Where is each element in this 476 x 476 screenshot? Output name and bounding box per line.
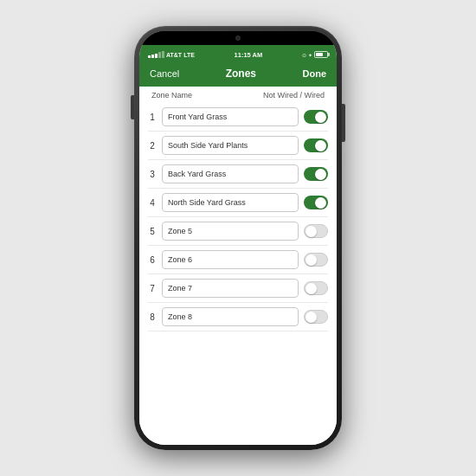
- zone-row: 7: [148, 274, 328, 303]
- zone-number-6: 6: [148, 255, 157, 265]
- column-headers: Zone Name Not Wired / Wired: [139, 87, 337, 103]
- zone-toggle-thumb-8: [306, 312, 317, 323]
- zone-number-1: 1: [148, 113, 157, 122]
- network-type-label: LTE: [183, 52, 195, 58]
- time-display: 11:15 AM: [235, 51, 263, 59]
- phone-inner: AT&T LTE 11:15 AM ⊙ ✦ Cancel Zones Done: [139, 31, 337, 445]
- wired-header: Not Wired / Wired: [263, 91, 325, 100]
- zone-toggle-thumb-3: [315, 169, 326, 180]
- status-bar: AT&T LTE 11:15 AM ⊙ ✦: [139, 45, 337, 62]
- bluetooth-icon: ✦: [308, 52, 312, 58]
- zone-row: 4: [148, 189, 328, 217]
- wifi-icon: ⊙: [302, 52, 306, 58]
- zone-toggle-thumb-7: [306, 283, 317, 294]
- zone-input-5[interactable]: [162, 222, 299, 241]
- zone-list: 12345678: [139, 103, 337, 445]
- zone-input-6[interactable]: [162, 250, 299, 269]
- zone-number-5: 5: [148, 227, 157, 236]
- zone-toggle-7[interactable]: [304, 281, 328, 295]
- zone-toggle-4[interactable]: [304, 196, 328, 209]
- status-left: AT&T LTE: [148, 51, 195, 58]
- zone-row: 3: [148, 160, 328, 189]
- camera: [235, 35, 241, 41]
- screen: AT&T LTE 11:15 AM ⊙ ✦ Cancel Zones Done: [139, 45, 337, 445]
- zone-number-3: 3: [148, 170, 157, 179]
- zone-number-4: 4: [148, 198, 157, 208]
- zone-toggle-thumb-5: [306, 226, 317, 237]
- zone-row: 6: [148, 246, 328, 274]
- done-button[interactable]: Done: [303, 68, 327, 79]
- zone-toggle-thumb-1: [315, 112, 326, 123]
- nav-bar: Cancel Zones Done: [139, 62, 337, 87]
- zone-toggle-thumb-2: [315, 140, 326, 151]
- zone-input-7[interactable]: [162, 279, 299, 298]
- top-bezel: [139, 31, 337, 45]
- zone-toggle-2[interactable]: [304, 138, 328, 152]
- zone-row: 1: [148, 103, 328, 132]
- zone-toggle-3[interactable]: [304, 167, 328, 181]
- carrier-label: AT&T: [166, 52, 182, 58]
- zone-toggle-5[interactable]: [304, 224, 328, 238]
- cancel-button[interactable]: Cancel: [150, 68, 179, 79]
- zone-number-2: 2: [148, 141, 157, 151]
- signal-dots: [148, 51, 164, 58]
- battery-fill: [316, 53, 323, 56]
- zone-toggle-thumb-4: [315, 197, 326, 209]
- zone-toggle-thumb-6: [306, 254, 317, 266]
- zone-number-7: 7: [148, 284, 157, 293]
- zone-input-2[interactable]: [162, 136, 299, 155]
- zone-input-3[interactable]: [162, 164, 299, 183]
- phone-frame: AT&T LTE 11:15 AM ⊙ ✦ Cancel Zones Done: [134, 26, 342, 450]
- battery-indicator: [314, 51, 328, 58]
- status-right: ⊙ ✦: [302, 51, 328, 58]
- zone-row: 8: [148, 303, 328, 331]
- zone-toggle-6[interactable]: [304, 253, 328, 267]
- zone-input-4[interactable]: [162, 193, 299, 212]
- page-title: Zones: [226, 68, 256, 80]
- zone-toggle-1[interactable]: [304, 110, 328, 124]
- zone-number-8: 8: [148, 312, 157, 322]
- zone-input-8[interactable]: [162, 307, 299, 326]
- zone-toggle-8[interactable]: [304, 310, 328, 324]
- zone-input-1[interactable]: [162, 107, 299, 126]
- zone-row: 5: [148, 217, 328, 246]
- zone-name-header: Zone Name: [151, 91, 192, 100]
- zone-row: 2: [148, 132, 328, 160]
